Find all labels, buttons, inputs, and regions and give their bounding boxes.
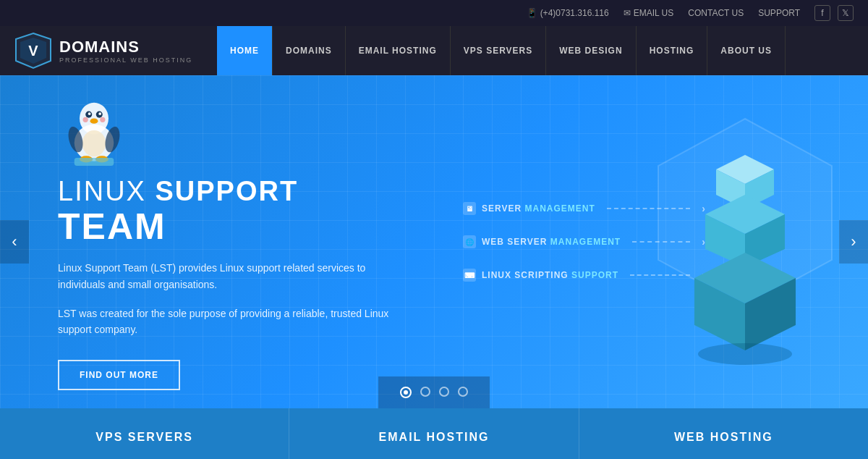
social-icons: f 𝕏 — [814, 5, 854, 21]
service-label-2: WEB SERVER MANAGEMENT — [482, 237, 621, 247]
linux-mascot — [58, 93, 130, 166]
nav-vps-servers[interactable]: VPS SERVERS — [451, 26, 546, 75]
slider-dots — [378, 376, 490, 408]
hero-title: LINUX SUPPORT TEAM — [58, 176, 391, 247]
nav-email-hosting[interactable]: EMAIL HOSTING — [346, 26, 451, 75]
email-link[interactable]: EMAIL US — [634, 8, 674, 18]
hero-description-1: Linux Support Team (LST) provides Linux … — [58, 260, 391, 292]
svg-point-7 — [88, 113, 91, 116]
hero-slider: ‹ — [0, 75, 868, 408]
svg-point-28 — [698, 343, 792, 365]
dot-3[interactable] — [439, 387, 449, 397]
dot-1-inner — [404, 390, 408, 395]
service-icon-2: 🌐 — [463, 235, 476, 248]
find-out-more-button[interactable]: FIND OUT MORE — [58, 360, 180, 390]
slider-next[interactable]: › — [839, 220, 868, 264]
header: V DOMAINS PROFESSIONAL WEB HOSTING HOME … — [0, 26, 868, 75]
nav-domains[interactable]: DOMAINS — [273, 26, 346, 75]
dot-2[interactable] — [420, 387, 430, 397]
svg-rect-17 — [75, 158, 114, 166]
dot-1[interactable] — [400, 387, 412, 398]
bottom-card-email[interactable]: EMAIL HOSTING — [289, 408, 579, 459]
hero-title-prefix: LINUX SUPPORT — [58, 176, 298, 206]
logo-sub: PROFESSIONAL WEB HOSTING — [59, 56, 192, 64]
nav-hosting[interactable]: HOSTING — [637, 26, 708, 75]
phone-info: 📱 (+4)0731.316.116 — [527, 8, 609, 18]
logo-text: DOMAINS PROFESSIONAL WEB HOSTING — [59, 38, 192, 64]
hero-description-2: LST was created for the sole purpose of … — [58, 306, 391, 338]
service-label-3: LINUX SCRIPTING SUPPORT — [482, 270, 618, 280]
main-nav: HOME DOMAINS EMAIL HOSTING VPS SERVERS W… — [217, 26, 868, 75]
svg-text:V: V — [28, 43, 38, 59]
svg-point-8 — [98, 113, 101, 116]
nav-about-us[interactable]: ABOUT US — [707, 26, 786, 75]
dot-4[interactable] — [458, 387, 468, 397]
email-icon: ✉ — [624, 8, 631, 18]
phone-icon: 📱 — [527, 8, 537, 18]
nav-web-design[interactable]: WEB DESIGN — [546, 26, 636, 75]
bottom-card-vps[interactable]: VPS SERVERS — [0, 408, 289, 459]
svg-point-16 — [100, 117, 105, 122]
logo-svg: V — [14, 32, 52, 70]
svg-point-15 — [83, 117, 88, 122]
twitter-icon[interactable]: 𝕏 — [838, 5, 854, 21]
svg-point-9 — [90, 119, 98, 124]
hero-right-panel: 🖥 SERVER MANAGEMENT › 🌐 WEB SERVER MANAG… — [448, 75, 868, 408]
phone-number: (+4)0731.316.116 — [540, 8, 609, 18]
bottom-cards: VPS SERVERS EMAIL HOSTING WEB HOSTING — [0, 408, 868, 459]
facebook-icon[interactable]: f — [814, 5, 830, 21]
svg-point-10 — [82, 130, 106, 156]
bottom-card-web[interactable]: WEB HOSTING — [579, 408, 868, 459]
top-bar: 📱 (+4)0731.316.116 ✉ EMAIL US CONTACT US… — [0, 0, 868, 26]
hero-content: LINUX SUPPORT TEAM Linux Support Team (L… — [0, 93, 448, 390]
server-3d-graphic — [644, 111, 846, 372]
support-link[interactable]: SUPPORT — [758, 8, 800, 18]
service-icon-3: ⌨ — [463, 269, 476, 282]
logo-main: DOMAINS — [59, 38, 192, 56]
service-icon-1: 🖥 — [463, 202, 476, 215]
hero-title-line2: TEAM — [58, 207, 391, 247]
logo-area: V DOMAINS PROFESSIONAL WEB HOSTING — [0, 26, 217, 75]
email-info[interactable]: ✉ EMAIL US — [624, 8, 674, 18]
slider-prev[interactable]: ‹ — [0, 220, 29, 264]
contact-link[interactable]: CONTACT US — [688, 8, 744, 18]
service-label-1: SERVER MANAGEMENT — [482, 203, 595, 214]
nav-home[interactable]: HOME — [217, 26, 273, 75]
